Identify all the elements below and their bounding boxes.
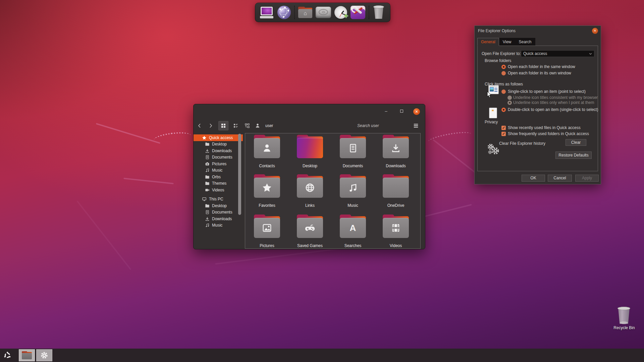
sidebar-item-documents[interactable]: Documents (194, 209, 243, 216)
sidebar-item-label: Music (212, 223, 222, 228)
grid-item-music[interactable]: Music (331, 174, 374, 212)
trash-icon[interactable] (373, 5, 385, 19)
radio-label: Open each folder in the same window (508, 64, 575, 69)
sidebar-item-music[interactable]: Music (194, 167, 243, 174)
camera-icon (205, 162, 210, 166)
grid-item-label: Desktop (303, 164, 317, 168)
grid-item-downloads[interactable]: Downloads (374, 135, 417, 172)
grid-item-label: Favorites (259, 203, 275, 208)
dialog-tab-view[interactable]: View (499, 38, 515, 46)
sidebar-item-music[interactable]: Music (194, 222, 243, 229)
sidebar-item-themes[interactable]: Themes (194, 180, 243, 187)
person-icon[interactable] (255, 123, 260, 128)
dialog-tab-search[interactable]: Search (515, 38, 535, 46)
open-to-value: Quick access (523, 51, 547, 56)
wallpaper-dotted-arc (428, 130, 472, 146)
grid-item-contacts[interactable]: Contacts (246, 135, 288, 172)
ok-button[interactable]: OK (522, 175, 545, 182)
dock-separator (369, 6, 369, 19)
grid-item-videos[interactable]: Videos (374, 215, 417, 249)
grid-item-pictures[interactable]: Pictures (246, 215, 288, 249)
sidebar-item-label: Documents (212, 210, 232, 215)
checkbox-show-recently-used-files-in-quick-access[interactable]: ✓ (501, 126, 506, 130)
grid-view-button[interactable] (218, 121, 228, 130)
sidebar-item-downloads[interactable]: Downloads (194, 216, 243, 222)
breadcrumb-path[interactable]: user (265, 123, 273, 128)
folder-icon (340, 135, 366, 158)
browse-folders-header: Browse folders (485, 58, 511, 63)
folder-icon (383, 174, 409, 198)
tree-view-icon[interactable] (245, 123, 250, 128)
sidebar-item-label: Documents (212, 155, 232, 160)
forward-chevron-icon[interactable] (208, 123, 213, 128)
grid-item-searches[interactable]: ASearches (331, 215, 374, 249)
radio-double-click-to-open-an-item-single-clic[interactable] (501, 108, 506, 112)
network-icon[interactable] (277, 6, 291, 19)
open-to-dropdown[interactable]: Quick access (521, 50, 594, 57)
apply-button[interactable]: Apply (575, 175, 599, 182)
taskbar-file-explorer-button[interactable] (19, 349, 35, 361)
sidebar-item-label: This PC (209, 197, 223, 201)
home-folder-icon[interactable]: ⌂ (298, 7, 312, 18)
search-input[interactable]: Search user (357, 123, 379, 128)
wallpaper-line (123, 178, 174, 184)
radio-single-click-to-open-an-item-point-to-se[interactable] (501, 89, 506, 94)
grid-item-favorites[interactable]: Favorites (246, 174, 288, 212)
sidebar-item-quick-access[interactable]: Quick access (194, 134, 243, 141)
top-dock: ⌂+ (255, 3, 390, 22)
cancel-button[interactable]: Cancel (548, 175, 572, 182)
minimize-button[interactable]: – (382, 109, 390, 114)
grid-item-documents[interactable]: Documents (331, 135, 374, 172)
sidebar-gap (194, 193, 243, 196)
grid-item-desktop[interactable]: Desktop (288, 135, 331, 172)
wallpaper-line (433, 139, 481, 177)
dialog-title: File Explorer Options (478, 28, 516, 33)
folder-icon (205, 175, 210, 179)
list-view-icon[interactable] (233, 123, 238, 128)
clear-button[interactable]: Clear (566, 139, 586, 146)
sidebar-item-desktop[interactable]: Desktop (194, 141, 243, 148)
taskbar-settings-button[interactable] (36, 349, 52, 361)
grid-item-links[interactable]: Links (288, 174, 331, 212)
grid-item-label: Music (347, 203, 358, 208)
grid-item-onedrive[interactable]: OneDrive (374, 174, 417, 212)
explorer-titlebar[interactable]: – ✕ (194, 104, 425, 118)
dialog-close-button[interactable]: ✕ (592, 28, 598, 34)
folder-icon (254, 135, 280, 158)
maximize-button[interactable] (398, 109, 405, 114)
none-glyph-icon (297, 138, 323, 158)
start-button-ubuntu-logo-icon[interactable] (4, 352, 11, 359)
folder-icon: A (340, 215, 366, 238)
privacy-header: Privacy (485, 120, 498, 124)
dialog-tabs: GeneralViewSearch (477, 38, 535, 46)
folder-icon (383, 135, 409, 158)
radio-underline-icon-titles-only-when-i-point- (507, 101, 512, 105)
back-chevron-icon[interactable] (197, 123, 202, 128)
radio-open-each-folder-in-the-same-window[interactable] (501, 65, 506, 69)
sidebar-item-downloads[interactable]: Downloads (194, 147, 243, 154)
dialog-tab-general[interactable]: General (477, 38, 499, 46)
sidebar-item-documents[interactable]: Documents (194, 154, 243, 161)
sidebar-item-orbs[interactable]: Orbs (194, 174, 243, 180)
close-button[interactable]: ✕ (413, 108, 420, 115)
sidebar-scrollbar[interactable] (238, 134, 241, 215)
folder-icon (297, 215, 323, 238)
sidebar-item-pictures[interactable]: Pictures (194, 161, 243, 167)
hard-disk-icon[interactable] (316, 7, 331, 18)
restore-defaults-button[interactable]: Restore Defaults (555, 152, 592, 159)
sidebar-item-videos[interactable]: Videos (194, 187, 243, 193)
hamburger-menu-icon[interactable] (413, 123, 419, 129)
radio-open-each-folder-in-its-own-window[interactable] (501, 71, 506, 75)
clock-add-icon[interactable]: + (334, 6, 347, 19)
tweak-tool-icon[interactable] (351, 6, 365, 19)
grid-item-saved-games[interactable]: Saved Games (288, 215, 331, 249)
folder-icon (297, 174, 323, 198)
sidebar-item-this-pc[interactable]: This PC (194, 196, 243, 203)
sidebar-item-desktop[interactable]: Desktop (194, 202, 243, 209)
sidebar-item-label: Themes (212, 181, 226, 186)
gear-icon (40, 351, 48, 359)
checkbox-show-frequently-used-folders-in-quick-ac[interactable]: ✓ (501, 132, 506, 136)
grid-view-icon (221, 123, 226, 128)
computer-icon[interactable] (259, 6, 274, 19)
mouse-cursor (487, 91, 492, 98)
